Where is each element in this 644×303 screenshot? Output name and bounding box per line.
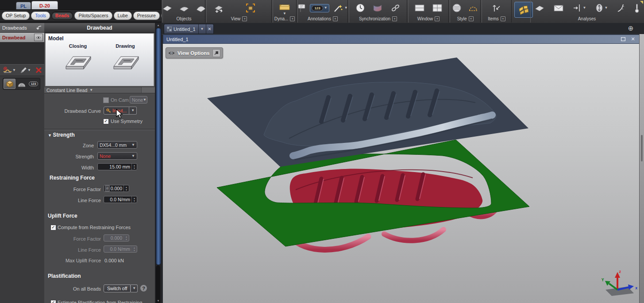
scrollbar-track[interactable] — [156, 265, 160, 303]
line-force-spinner[interactable]: ▲▼ — [131, 196, 137, 203]
bead-type-dropdown[interactable]: Constant Line Bead ▼ — [44, 87, 155, 93]
tab-pl[interactable]: PL — [16, 2, 31, 10]
results-folder-icon[interactable] — [278, 2, 292, 12]
bead-profile-toggle[interactable] — [15, 79, 27, 89]
viewport-tab-close[interactable]: ✕ — [206, 24, 213, 34]
expand-group-icon[interactable]: + — [333, 16, 338, 21]
surface-high-dome-icon[interactable] — [194, 2, 208, 14]
estimate-plastification-checkbox[interactable]: ✓ — [50, 300, 56, 303]
help-icon[interactable]: ? — [140, 285, 147, 291]
estimate-plastification-label: Estimate Plastification from Restraining — [58, 300, 142, 303]
add-view-button[interactable]: ⊕ — [625, 24, 636, 33]
expand-group-icon[interactable]: + — [242, 16, 247, 21]
sidebar-item-drawbead[interactable]: Drawbead — [0, 33, 44, 42]
split-horizontal-icon[interactable] — [413, 2, 426, 14]
force-factor-field[interactable]: σ 0.000 ▲▼ — [104, 185, 129, 192]
on-all-beads-dropdown[interactable]: ▼ — [131, 284, 138, 292]
x-axis-label: x — [635, 286, 638, 290]
upper-die-sheet — [207, 58, 528, 167]
delete-drawbead-button[interactable] — [35, 67, 42, 73]
uplift-force-factor-spinner: ▲▼ — [123, 235, 129, 241]
split-grid-icon[interactable] — [431, 2, 444, 14]
on-cam-checkbox[interactable] — [103, 97, 109, 103]
force-factor-spinner[interactable]: ▲▼ — [123, 185, 129, 192]
curve-analysis-icon[interactable] — [615, 2, 627, 14]
chevron-down-icon[interactable]: ▼ — [283, 12, 286, 15]
link-icon[interactable] — [389, 2, 402, 14]
uplift-force-label: Uplift Force — [48, 213, 77, 219]
envelope-icon[interactable] — [552, 3, 565, 13]
pill-pilots-spacers[interactable]: Pilots/Spacers — [74, 12, 112, 20]
dashed-dome-icon[interactable] — [467, 2, 480, 14]
pin-button[interactable] — [212, 49, 220, 57]
zone-dropdown[interactable]: DX54...0 mm▼ — [97, 141, 137, 149]
collapsed-panel-strip[interactable] — [639, 34, 644, 303]
mdi-window-titlebar[interactable]: Untitled_1 ✕ — [163, 35, 640, 44]
visibility-eye-button[interactable] — [34, 34, 43, 41]
add-drawbead-button[interactable]: ▼ — [3, 66, 16, 74]
plastification-header: Plastification — [48, 273, 81, 279]
closing-bead-icon[interactable] — [63, 52, 93, 74]
clock-icon[interactable] — [354, 2, 366, 14]
swap-arrow-icon[interactable] — [36, 25, 42, 31]
numeric-toggle-badge: 123 — [29, 81, 39, 86]
view-options-button[interactable]: View Options — [166, 47, 223, 58]
numeric-view-toggle[interactable]: 123 — [27, 79, 39, 89]
scrollbar-thumb[interactable] — [156, 28, 161, 265]
edit-drawbead-button[interactable]: ▼ — [19, 66, 31, 74]
pan-view-icon[interactable] — [212, 2, 226, 14]
scroll-down-arrow[interactable]: ▼ — [155, 299, 162, 303]
label-icon[interactable] — [296, 2, 308, 14]
panel-grip-handle[interactable] — [641, 135, 643, 161]
on-all-beads-button[interactable]: Switch off ▼ — [104, 284, 138, 292]
viewport-area: Untitled_1 ▼ ✕ ⊕ Untitled_1 ✕ — [162, 23, 644, 303]
pill-op-setup[interactable]: OP Setup — [2, 12, 30, 20]
tab-d20[interactable]: D-20 — [31, 1, 58, 10]
line-force-field[interactable]: 0.0 N/mm ▲▼ — [104, 196, 137, 203]
compute-from-restraining-checkbox[interactable]: ✓ — [50, 225, 56, 230]
uplift-force-factor-label: Force Factor — [49, 236, 101, 242]
use-symmetry-checkbox[interactable]: ✓ — [103, 119, 109, 124]
expand-group-icon[interactable]: + — [501, 16, 505, 21]
strength-section-header[interactable]: ▼ Strength — [48, 132, 75, 138]
on-cam-dropdown[interactable]: None▼ — [130, 96, 147, 104]
thermometer-icon[interactable] — [633, 2, 641, 14]
pill-beads[interactable]: Beads — [51, 12, 73, 20]
restore-window-button[interactable] — [620, 36, 627, 42]
expand-group-icon[interactable]: + — [435, 16, 440, 21]
model-section: Model Closing Drawing — [45, 33, 154, 86]
3d-viewport-canvas[interactable]: z x Y View Options — [163, 44, 640, 303]
strength-dropdown[interactable]: None▼ — [97, 152, 137, 160]
expand-group-icon[interactable]: + — [392, 16, 397, 21]
magic-wand-icon[interactable]: ▼ — [332, 2, 349, 14]
drawing-bead-icon[interactable] — [111, 52, 140, 74]
pill-pressure[interactable]: Pressure — [133, 12, 160, 20]
drawbead-curve-dropdown[interactable]: ▼ — [129, 107, 137, 115]
group-label: Objects — [177, 16, 192, 21]
numbers-badge-button[interactable]: 123 ▼ — [310, 4, 329, 12]
surface-dome-icon[interactable] — [177, 2, 191, 14]
surface-flat-icon[interactable] — [161, 2, 174, 14]
group-label: Style — [457, 16, 467, 21]
width-field[interactable]: 15.00 mm ▲▼ — [97, 163, 137, 170]
analysis-surface-icon[interactable] — [533, 2, 546, 14]
viewport-tab-untitled1[interactable]: Untitled_1 ▼ ✕ — [164, 24, 214, 34]
pill-lube[interactable]: Lube — [114, 12, 132, 20]
sidebar-list-area[interactable] — [0, 42, 44, 64]
thickness-icon[interactable]: ▼ — [594, 2, 609, 14]
solid-view-toggle[interactable] — [4, 79, 15, 89]
drawbead-curve-input-button[interactable]: Input... ▼ — [104, 107, 137, 115]
shaded-sphere-icon[interactable] — [451, 2, 463, 14]
fit-view-icon[interactable] — [244, 2, 257, 14]
line-force-value: 0.0 N/mm — [104, 197, 131, 202]
expand-group-icon[interactable]: + — [290, 16, 295, 21]
section-arrow-icon[interactable]: ▼ — [571, 2, 588, 14]
close-window-button[interactable]: ✕ — [629, 36, 636, 42]
scroll-up-arrow[interactable]: ▲ — [155, 23, 162, 27]
result-surface-icon[interactable] — [371, 2, 384, 14]
move-items-icon[interactable] — [490, 2, 504, 14]
viewport-tab-dropdown[interactable]: ▼ — [198, 24, 206, 34]
width-spinner[interactable]: ▲▼ — [131, 164, 137, 170]
pill-tools[interactable]: Tools — [31, 12, 50, 20]
expand-group-icon[interactable]: + — [469, 16, 474, 21]
